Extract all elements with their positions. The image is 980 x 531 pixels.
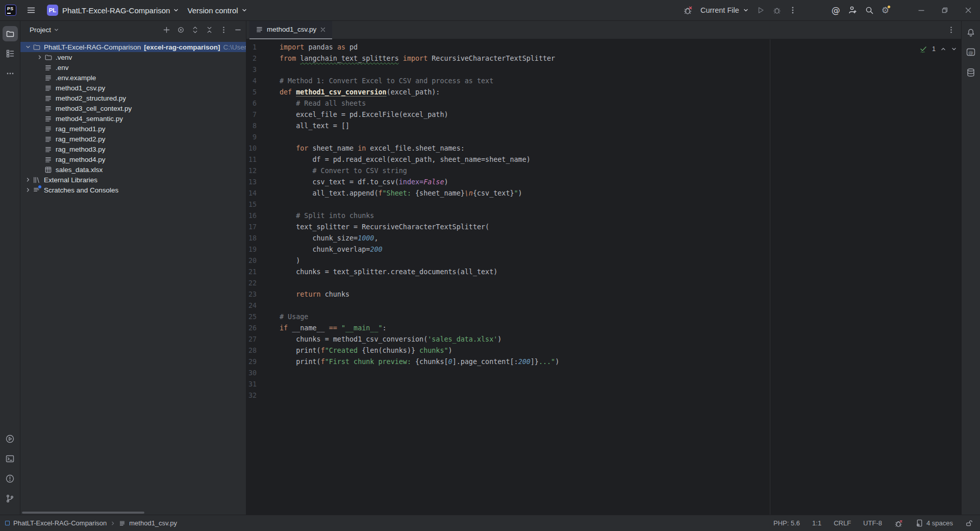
- breadcrumb-project[interactable]: PhatLT-Excel-RAG-Comparison: [13, 519, 107, 527]
- library-icon: [33, 176, 41, 184]
- collapse-all-icon[interactable]: [206, 26, 213, 34]
- chevron-down-icon: [54, 27, 59, 33]
- chevron-right-icon[interactable]: [35, 54, 44, 60]
- breadcrumb-file[interactable]: method1_csv.py: [129, 519, 177, 527]
- settings-button[interactable]: ⚙: [882, 6, 889, 15]
- tree-item-method1-csv-py[interactable]: method1_csv.py: [20, 83, 246, 93]
- tree-item-rag-method1-py[interactable]: rag_method1.py: [20, 124, 246, 134]
- project-tool-button[interactable]: [3, 26, 18, 41]
- next-problem-icon[interactable]: [951, 46, 957, 52]
- project-view-select[interactable]: Project: [30, 26, 59, 34]
- file-icon: [44, 94, 53, 102]
- tree-item-rag-method4-py[interactable]: rag_method4.py: [20, 154, 246, 164]
- more-actions-button[interactable]: [789, 6, 797, 14]
- git-tool-button[interactable]: [3, 491, 18, 506]
- tree-item-label: External Libraries: [44, 176, 97, 184]
- code-line: 10 for sheet_name in excel_file.sheet_na…: [246, 143, 961, 154]
- close-button[interactable]: [957, 0, 980, 21]
- chevron-down-icon[interactable]: [23, 44, 33, 50]
- project-avatar[interactable]: PL: [47, 5, 58, 16]
- chevron-right-icon[interactable]: [23, 177, 33, 183]
- run-tool-button[interactable]: [3, 431, 18, 446]
- code-text: chunks = text_splitter.create_documents(…: [280, 267, 497, 278]
- tree-item-external-libraries[interactable]: External Libraries: [20, 175, 246, 185]
- terminal-tool-button[interactable]: [3, 451, 18, 466]
- tab-options-button[interactable]: [947, 26, 955, 34]
- file-icon: [44, 156, 53, 163]
- code-with-me-button[interactable]: [847, 5, 858, 15]
- vcs-label: Version control: [187, 6, 238, 15]
- code-line: 11 df = pd.read_excel(excel_path, sheet_…: [246, 154, 961, 165]
- close-tab-icon[interactable]: [320, 27, 326, 33]
- database-tool-button[interactable]: [963, 65, 978, 80]
- main-menu-button[interactable]: [22, 3, 40, 18]
- debugger-mute-widget[interactable]: [894, 519, 903, 528]
- line-number: 10: [246, 143, 257, 154]
- restore-button[interactable]: [933, 0, 957, 21]
- readonly-toggle[interactable]: [965, 519, 973, 527]
- inspections-widget[interactable]: 1: [919, 43, 957, 55]
- tree-item-method4-semantic-py[interactable]: method4_semantic.py: [20, 113, 246, 124]
- caret-position-widget[interactable]: 1:1: [812, 519, 821, 527]
- notifications-button[interactable]: [963, 25, 978, 40]
- code-text: return chunks: [280, 289, 349, 300]
- search-everywhere-button[interactable]: [865, 6, 874, 15]
- settings-notification-dot: [887, 5, 891, 9]
- project-panel: Project PhatLT-Excel-RAG-Comparison[exce…: [20, 21, 246, 515]
- tree-item-label: Scratches and Consoles: [44, 186, 118, 194]
- chevron-right-icon[interactable]: [23, 187, 33, 193]
- code-editor[interactable]: 1 1import pandas as pd2from langchain_te…: [246, 39, 961, 515]
- tree-item-rag-method3-py[interactable]: rag_method3.py: [20, 144, 246, 154]
- tree-item--env-example[interactable]: .env.example: [20, 73, 246, 83]
- tree-item--env[interactable]: .env: [20, 62, 246, 73]
- code-line: 22: [246, 278, 961, 289]
- ai-assistant-tool-button[interactable]: @: [963, 45, 978, 60]
- add-icon[interactable]: [163, 26, 170, 34]
- project-tree[interactable]: PhatLT-Excel-RAG-Comparison[excel-rag-co…: [20, 38, 246, 515]
- more-tool-windows-button[interactable]: [3, 66, 18, 81]
- tree-item--venv[interactable]: .venv: [20, 52, 246, 62]
- structure-tool-button[interactable]: [3, 46, 18, 61]
- tree-item-method2-structured-py[interactable]: method2_structured.py: [20, 93, 246, 103]
- locate-file-icon[interactable]: [177, 26, 185, 34]
- ai-assistant-button[interactable]: @: [832, 5, 840, 15]
- tree-item-path: C:\Users: [223, 43, 246, 51]
- code-line: 3: [246, 64, 961, 76]
- line-separator-widget[interactable]: CRLF: [834, 519, 851, 527]
- prev-problem-icon[interactable]: [940, 46, 946, 52]
- run-configuration-select[interactable]: Current File: [700, 6, 749, 14]
- code-text: # Split into chunks: [280, 210, 374, 222]
- project-switcher[interactable]: PhatLT-Excel-RAG-Comparison: [58, 3, 183, 18]
- encoding-widget[interactable]: UTF-8: [863, 519, 882, 527]
- tree-item-scratches-and-consoles[interactable]: Scratches and Consoles: [20, 185, 246, 195]
- code-text: # Method 1: Convert Excel to CSV and pro…: [280, 76, 493, 87]
- horizontal-scrollbar[interactable]: [22, 512, 144, 514]
- tree-item-method3-cell-context-py[interactable]: method3_cell_context.py: [20, 103, 246, 113]
- tree-item-label: rag_method2.py: [56, 135, 106, 143]
- breadcrumbs: PhatLT-Excel-RAG-Comparison method1_csv.…: [5, 519, 177, 527]
- indent-widget[interactable]: 4 spaces: [916, 519, 953, 527]
- tree-item-sales-data-xlsx[interactable]: sales_data.xlsx: [20, 164, 246, 175]
- minimize-button[interactable]: [910, 0, 933, 21]
- vcs-widget[interactable]: Version control: [183, 3, 251, 18]
- line-number: 1: [246, 42, 257, 53]
- code-line: 12 # Convert to CSV string: [246, 165, 961, 177]
- run-button[interactable]: [756, 6, 765, 15]
- debug-button[interactable]: [772, 6, 782, 15]
- panel-options-icon[interactable]: [220, 26, 228, 34]
- tree-item-rag-method2-py[interactable]: rag_method2.py: [20, 134, 246, 144]
- tree-item-phatlt-excel-rag-comparison[interactable]: PhatLT-Excel-RAG-Comparison[excel-rag-co…: [20, 42, 246, 52]
- php-version-widget[interactable]: PHP: 5.6: [773, 519, 800, 527]
- code-text: excel_file = pd.ExcelFile(excel_path): [280, 109, 448, 120]
- expand-all-icon[interactable]: [191, 26, 199, 34]
- code-line: 15: [246, 199, 961, 210]
- hide-panel-icon[interactable]: [234, 26, 242, 34]
- line-number: 16: [246, 210, 257, 222]
- tree-item-label: method1_csv.py: [56, 84, 105, 92]
- debug-listener-icon[interactable]: [683, 5, 693, 15]
- tree-item-label: rag_method3.py: [56, 146, 106, 153]
- code-text: csv_text = df.to_csv(index=False): [280, 177, 448, 188]
- problems-tool-button[interactable]: [3, 471, 18, 486]
- tab-method1-csv[interactable]: method1_csv.py: [249, 21, 332, 39]
- code-text: all_text = []: [280, 120, 349, 132]
